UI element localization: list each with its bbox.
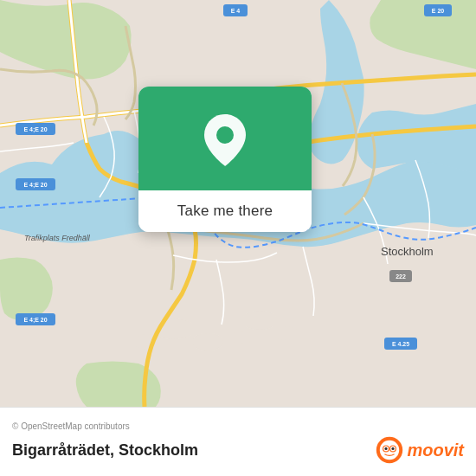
svg-point-29 — [392, 447, 395, 450]
svg-point-6 — [232, 331, 253, 344]
svg-point-4 — [242, 311, 277, 330]
location-pin-icon — [204, 114, 246, 163]
svg-text:E 4;E 20: E 4;E 20 — [23, 317, 47, 324]
moovit-logo: moovit — [376, 436, 464, 464]
svg-point-23 — [380, 441, 399, 460]
map-attribution: © OpenStreetMap contributors — [12, 421, 464, 431]
svg-text:E 20: E 20 — [432, 8, 445, 14]
map-container: E 4 E 20 E 4;E 20 E 4;E 20 E 4;E 20 222 … — [0, 0, 476, 407]
bottom-bar: © OpenStreetMap contributors Bigarråträd… — [0, 407, 476, 476]
svg-point-21 — [216, 126, 234, 144]
svg-text:E 4.25: E 4.25 — [392, 341, 409, 347]
moovit-icon — [376, 436, 403, 464]
take-me-there-button[interactable]: Take me there — [138, 190, 312, 232]
bottom-info: Bigarråträdet, Stockholm moovit — [12, 436, 464, 464]
popup-card: Take me there — [138, 87, 312, 232]
location-name: Bigarråträdet, Stockholm — [12, 441, 198, 460]
svg-text:222: 222 — [396, 273, 406, 280]
app: E 4 E 20 E 4;E 20 E 4;E 20 E 4;E 20 222 … — [0, 0, 476, 476]
svg-text:E 4;E 20: E 4;E 20 — [23, 182, 47, 189]
moovit-text: moovit — [407, 441, 464, 460]
svg-point-28 — [385, 447, 388, 450]
trafikplats-label: Trafikplats Fredhäll — [24, 234, 91, 242]
svg-point-2 — [192, 333, 223, 351]
svg-text:E 4: E 4 — [231, 8, 241, 14]
svg-point-5 — [273, 326, 298, 340]
svg-text:E 4;E 20: E 4;E 20 — [23, 126, 47, 133]
stockholm-label: Stockholm — [381, 245, 434, 258]
popup-card-top — [138, 87, 312, 190]
